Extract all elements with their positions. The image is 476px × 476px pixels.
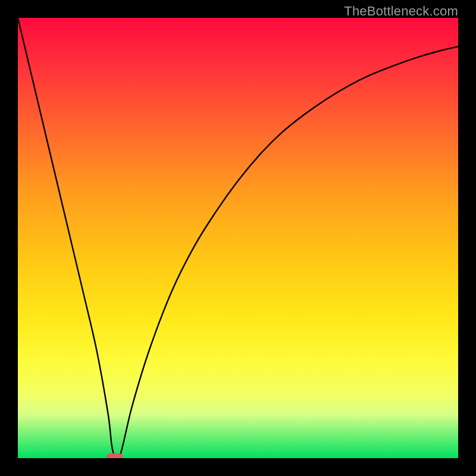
- chart-svg: [18, 18, 458, 458]
- curve-line: [18, 18, 458, 458]
- minimum-marker: [107, 453, 123, 458]
- watermark-label: TheBottleneck.com: [344, 4, 458, 19]
- chart-plot-area: [18, 18, 458, 458]
